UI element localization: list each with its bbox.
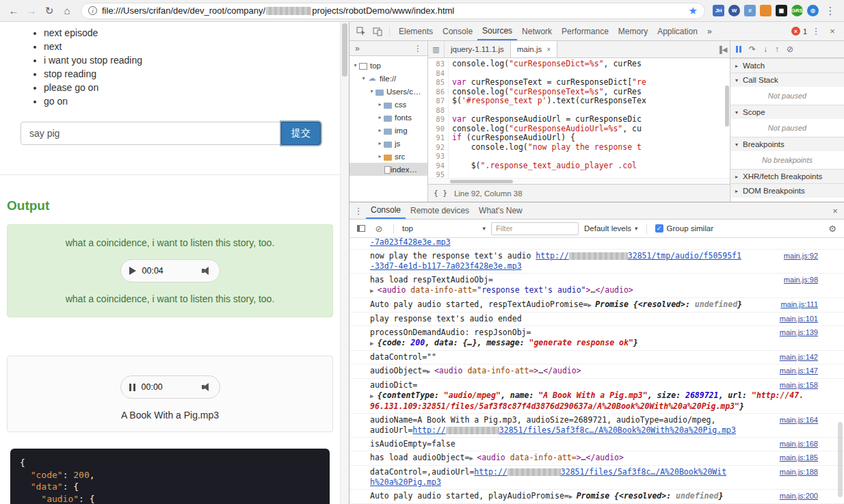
source-location-link[interactable]: main.js:92 [784,251,818,261]
tree-disclosure-icon[interactable]: ▸ [377,140,383,146]
file-tree-item[interactable]: ▸fonts [350,111,427,124]
command-input[interactable] [21,122,281,145]
submit-button[interactable]: 提交 [281,122,321,145]
devtools-tab[interactable]: Memory [614,22,652,40]
reload-button[interactable]: ↻ [41,3,57,19]
devtools-tab[interactable]: Sources [477,22,517,40]
tree-disclosure-icon[interactable]: ▸ [377,153,383,159]
checkbox-checked-icon[interactable]: ✓ [655,224,663,233]
line-number[interactable]: 86 [428,88,449,97]
forward-button[interactable]: → [23,3,40,19]
expand-arrow-icon[interactable]: ▶ [569,493,577,500]
tree-disclosure-icon[interactable]: ▾ [352,62,358,68]
volume-icon[interactable] [202,266,211,276]
devtools-tab[interactable]: Application [652,22,702,40]
play-icon[interactable] [129,267,136,275]
drawer-close-icon[interactable]: × [828,203,843,218]
address-bar[interactable]: i file:///Users/crifan/dev/dev_root/comp… [81,3,705,19]
line-number[interactable]: 91 [428,133,449,143]
expand-arrow-icon[interactable]: ▶ [427,368,434,375]
tree-disclosure-icon[interactable]: ▾ [360,75,367,81]
console-sidebar-icon[interactable] [355,222,367,235]
device-toolbar-icon[interactable] [370,24,385,39]
extension-icon[interactable]: ◎ [807,5,819,16]
console-url-link[interactable]: http:// [412,425,445,435]
line-number[interactable]: 90 [428,124,449,134]
devtools-menu-icon[interactable]: ⋮ [808,24,823,39]
line-number[interactable]: 83 [428,59,449,69]
source-location-link[interactable]: main.js:164 [780,415,818,425]
error-badge[interactable]: × 1 [791,27,807,36]
group-similar-checkbox[interactable]: ✓ Group similar [655,224,713,233]
console-filter-input[interactable] [491,222,579,235]
editor-hscroll-thumb[interactable] [450,180,513,183]
console-url-link[interactable]: -33d7-4e1d-b117-7a023f428e3e.mp3 [370,261,522,271]
page-scrollbar[interactable] [340,22,349,504]
page-scrollbar-thumb[interactable] [342,23,347,77]
devtools-tab[interactable]: » [702,22,717,40]
drawer-tab[interactable]: Remote devices [406,202,474,219]
bookmark-star-icon[interactable]: ★ [689,5,698,17]
drawer-menu-icon[interactable]: ⋮ [351,203,366,218]
volume-icon-2[interactable] [202,382,211,392]
source-location-link[interactable]: main.js:111 [780,300,818,310]
tree-disclosure-icon[interactable]: ▸ [377,114,383,120]
step-out-icon[interactable]: ↑ [775,44,779,54]
code-area[interactable]: 83console.log("curResponseDict=%s", curR… [428,58,730,178]
expand-arrow-icon[interactable]: ▶ [370,393,378,399]
disclosure-triangle-icon[interactable]: ▾ [734,109,739,116]
file-tree-item[interactable]: ▾☁file:// [350,72,427,85]
tab-close-icon[interactable]: × [546,46,551,53]
source-location-link[interactable]: main.js:139 [780,328,818,338]
console-url-link[interactable]: 32851/files/5af3f8c…/A%20Book%20Wit [561,467,726,477]
deactivate-breakpoints-icon[interactable]: ⊘ [787,44,793,54]
source-location-link[interactable]: main.js:98 [784,275,818,285]
disclosure-triangle-icon[interactable]: ▾ [734,77,739,83]
disclosure-triangle-icon[interactable]: ▸ [734,188,739,194]
disclosure-triangle-icon[interactable]: ▸ [734,174,739,180]
line-number[interactable]: 85 [428,78,449,88]
audio-player-1[interactable]: 00:04 [120,259,220,282]
debugger-section-header[interactable]: ▾Scope [730,105,844,119]
editor-horizontal-scrollbar[interactable] [428,178,730,184]
expand-arrow-icon[interactable]: ▶ [588,302,596,308]
context-selector[interactable]: top ▾ [402,224,486,233]
console-scrollbar[interactable] [838,422,843,497]
source-location-link[interactable]: main.js:101 [780,314,818,324]
editor-options-icon[interactable]: ▐◀ [715,41,730,57]
editor-tab[interactable]: main.js× [511,41,557,57]
extension-icon[interactable]: ▦ [776,5,787,16]
line-number[interactable]: 84 [428,69,449,79]
line-number[interactable]: 94 [428,161,449,171]
devtools-tab[interactable]: Console [438,22,477,40]
debugger-section-header[interactable]: ▾Call Stack [730,72,844,87]
console-url-link[interactable]: h%20a%20Pig.mp3 [370,477,441,487]
file-tree-item[interactable]: ▾Users/c… [350,85,427,98]
drawer-tab[interactable]: What's New [474,202,527,219]
extension-icon[interactable]: # [744,5,756,16]
line-number[interactable]: 88 [428,106,449,116]
inspect-element-icon[interactable] [354,24,369,39]
source-location-link[interactable]: main.js:185 [780,453,818,463]
step-into-icon[interactable]: ↓ [763,44,767,54]
console-url-link[interactable]: http:// [474,467,507,477]
tree-disclosure-icon[interactable]: ▾ [369,88,375,94]
console-url-link[interactable]: 32851/files/5af3f8c…/A%20Book%20With%20a… [499,425,736,435]
extension-icon[interactable]: JH [713,5,724,16]
clear-console-icon[interactable]: ⊘ [373,222,385,235]
disclosure-triangle-icon[interactable]: ▾ [734,142,739,148]
console-settings-icon[interactable]: ⚙ [826,222,839,235]
file-tree-item[interactable]: ▸src [350,150,427,163]
extension-icon[interactable]: GRS [791,5,803,16]
extension-icon[interactable] [760,5,772,16]
navigator-menu-icon[interactable]: ⋮ [414,44,422,53]
browser-menu-icon[interactable]: ⋮ [822,3,839,19]
expand-arrow-icon[interactable]: ▶ [370,340,378,347]
console-url-link[interactable]: -7a023f428e3e.mp3 [370,238,451,247]
file-tree-item[interactable]: ▾top [350,59,427,72]
file-tree-item[interactable]: ▸js [350,137,427,150]
line-number[interactable]: 87 [428,96,449,106]
debugger-section-header[interactable]: ▸DOM Breakpoints [730,183,844,198]
disclosure-triangle-icon[interactable]: ▸ [734,63,739,69]
debugger-section-header[interactable]: ▾Breakpoints [730,137,844,151]
